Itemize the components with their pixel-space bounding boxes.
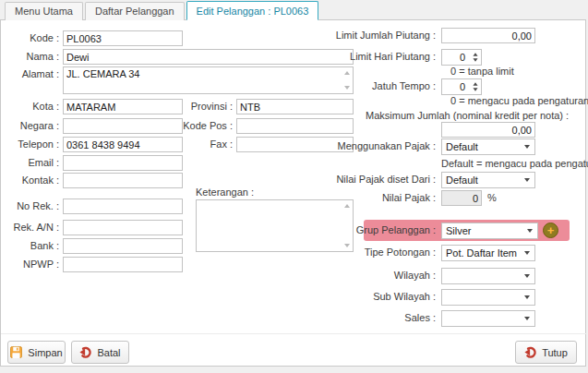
sub-wilayah-label: Sub Wilayah : bbox=[305, 291, 436, 302]
limit-jumlah-piutang-input[interactable] bbox=[441, 28, 535, 43]
tipe-potongan-value: Pot. Daftar Item bbox=[442, 247, 520, 259]
undo-arrow-icon bbox=[524, 346, 536, 358]
no-rek-label: No Rek. : bbox=[0, 200, 59, 211]
tab-bar: Menu Utama Daftar Pelanggan Edit Pelangg… bbox=[5, 1, 318, 20]
pajak-default-note: Default = mengacu pada pengaturan bbox=[441, 158, 588, 169]
grup-pelanggan-value: Silver bbox=[442, 225, 522, 236]
spinner-buttons[interactable] bbox=[473, 79, 478, 94]
wilayah-label: Wilayah : bbox=[305, 270, 436, 281]
menggunakan-pajak-select[interactable]: Default bbox=[441, 138, 535, 155]
alamat-label: Alamat : bbox=[0, 68, 59, 79]
grup-pelanggan-label: Grup Pelanggan : bbox=[305, 224, 436, 235]
menggunakan-pajak-value: Default bbox=[442, 141, 520, 152]
provinsi-label: Provinsi : bbox=[138, 101, 233, 112]
kontak-label: Kontak : bbox=[0, 174, 59, 186]
chevron-down-icon bbox=[520, 139, 534, 154]
email-input[interactable] bbox=[63, 155, 183, 171]
nilai-pajak-diset-select[interactable]: Default bbox=[441, 172, 535, 188]
spinner-up-icon[interactable] bbox=[473, 82, 477, 85]
npwp-label: NPWP : bbox=[0, 259, 59, 270]
provinsi-input[interactable] bbox=[236, 99, 354, 114]
tab-daftar-pelanggan[interactable]: Daftar Pelanggan bbox=[85, 2, 185, 20]
batal-button-label: Batal bbox=[97, 347, 120, 358]
no-rek-input[interactable] bbox=[63, 199, 183, 214]
edit-pelanggan-window: Menu Utama Daftar Pelanggan Edit Pelangg… bbox=[0, 0, 588, 373]
chevron-down-icon bbox=[520, 246, 534, 260]
simpan-button[interactable]: Simpan bbox=[7, 341, 66, 364]
kode-input[interactable] bbox=[63, 30, 183, 46]
nilai-pajak-label: Nilai Pajak : bbox=[305, 192, 436, 203]
kontak-input[interactable] bbox=[63, 173, 183, 188]
limit-hari-note: 0 = tanpa limit bbox=[450, 66, 514, 77]
limit-hari-piutang-spinner[interactable]: 0 bbox=[441, 49, 482, 66]
grup-pelanggan-select[interactable]: Silver bbox=[441, 223, 538, 239]
npwp-input[interactable] bbox=[63, 257, 183, 272]
nilai-pajak-diset-label: Nilai Pajak diset Dari : bbox=[305, 174, 436, 185]
nilai-pajak-input bbox=[441, 190, 482, 206]
tutup-button-label: Tutup bbox=[542, 347, 568, 358]
keterangan-label: Keterangan : bbox=[196, 186, 254, 198]
chevron-down-icon bbox=[520, 290, 534, 305]
chevron-down-icon bbox=[520, 269, 534, 283]
limit-jumlah-piutang-label: Limit Jumlah Piutang : bbox=[305, 30, 436, 41]
wilayah-select[interactable] bbox=[441, 268, 535, 284]
kota-label: Kota : bbox=[0, 101, 59, 112]
negara-label: Negara : bbox=[0, 120, 59, 131]
fax-label: Fax : bbox=[138, 138, 233, 150]
jatuh-tempo-note: 0 = mengacu pada pengaturan bbox=[450, 95, 588, 106]
maksimum-jumlah-input[interactable] bbox=[441, 122, 535, 138]
spinner-buttons[interactable] bbox=[473, 50, 478, 65]
telepon-label: Telepon : bbox=[0, 138, 59, 150]
footer-divider bbox=[1, 333, 587, 334]
rek-an-label: Rek. A/N : bbox=[0, 222, 59, 233]
limit-hari-piutang-label: Limit Hari Piutang : bbox=[305, 51, 436, 62]
chevron-down-icon bbox=[522, 223, 537, 238]
sub-wilayah-select[interactable] bbox=[441, 289, 535, 306]
tipe-potongan-select[interactable]: Pot. Daftar Item bbox=[441, 245, 535, 261]
chevron-down-icon bbox=[520, 173, 534, 187]
tipe-potongan-label: Tipe Potongan : bbox=[305, 247, 436, 258]
tab-edit-pelanggan[interactable]: Edit Pelanggan : PL0063 bbox=[186, 1, 319, 20]
bank-label: Bank : bbox=[0, 240, 59, 251]
undo-arrow-icon bbox=[79, 346, 91, 358]
maksimum-jumlah-label: Maksimum Jumlah (nominal kredit per nota… bbox=[366, 110, 569, 121]
spinner-up-icon[interactable] bbox=[473, 53, 477, 55]
email-label: Email : bbox=[0, 157, 59, 168]
sales-select[interactable] bbox=[441, 310, 535, 327]
kode-pos-label: Kode Pos : bbox=[138, 120, 233, 131]
floppy-disk-icon bbox=[10, 346, 22, 358]
jatuh-tempo-label: Jatuh Tempo : bbox=[305, 80, 436, 91]
scroll-up-icon[interactable] bbox=[344, 71, 350, 75]
jatuh-tempo-spinner[interactable]: 0 bbox=[441, 78, 482, 95]
nilai-pajak-diset-value: Default bbox=[442, 174, 520, 186]
add-group-button[interactable] bbox=[543, 223, 558, 238]
rek-an-input[interactable] bbox=[63, 220, 183, 235]
spinner-down-icon[interactable] bbox=[473, 58, 477, 61]
kode-label: Kode : bbox=[0, 32, 59, 43]
tutup-button[interactable]: Tutup bbox=[515, 341, 577, 364]
nilai-pajak-suffix: % bbox=[487, 192, 497, 203]
nama-label: Nama : bbox=[0, 51, 59, 62]
jatuh-tempo-value: 0 bbox=[444, 81, 465, 92]
menggunakan-pajak-label: Menggunakan Pajak : bbox=[305, 140, 436, 151]
sales-label: Sales : bbox=[305, 312, 436, 323]
chevron-down-icon bbox=[520, 311, 534, 326]
spinner-down-icon[interactable] bbox=[473, 88, 477, 90]
tab-menu-utama[interactable]: Menu Utama bbox=[5, 2, 83, 20]
scroll-up-icon[interactable] bbox=[344, 204, 350, 208]
batal-button[interactable]: Batal bbox=[71, 341, 129, 364]
limit-hari-piutang-value: 0 bbox=[444, 52, 465, 63]
bank-input[interactable] bbox=[63, 238, 183, 254]
kode-pos-input[interactable] bbox=[236, 118, 354, 134]
simpan-button-label: Simpan bbox=[28, 347, 62, 358]
